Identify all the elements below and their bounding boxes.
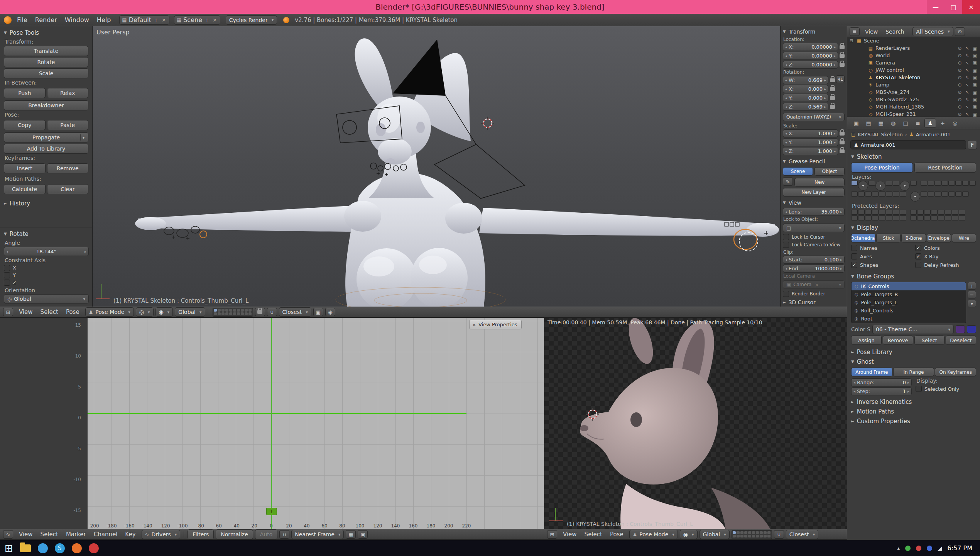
scale-button[interactable]: Scale (4, 68, 88, 78)
visibility-eye-icon[interactable] (958, 90, 962, 95)
paste-keyframes-icon[interactable]: ▣ (358, 530, 368, 539)
render-border-checkbox[interactable] (783, 291, 789, 297)
lock-icon[interactable] (830, 105, 835, 109)
media-app-icon[interactable] (89, 543, 99, 553)
tab-render-layers-icon[interactable]: ▤ (863, 119, 874, 128)
tab-physics-icon[interactable]: ◎ (949, 119, 961, 128)
outliner-item-label[interactable]: Camera (875, 60, 895, 66)
outliner-row[interactable]: ⊟ ▦ Scene (847, 37, 980, 44)
menu-item[interactable]: Pose (62, 309, 83, 315)
copy-pose-button[interactable]: Copy (4, 120, 46, 130)
protected-layers-row1[interactable] (851, 210, 976, 215)
assign-button[interactable]: Assign (851, 336, 882, 345)
outliner-row[interactable]: ◇ MGH-Spear_231 (847, 110, 980, 117)
propagate-button[interactable]: Propagate (4, 132, 88, 142)
outliner-item-label[interactable]: MGH-Spear_231 (875, 111, 916, 117)
snap-magnet-icon[interactable]: ∪ (267, 308, 277, 316)
scale-field[interactable]: X: 1.000 (783, 129, 838, 137)
rotation-field[interactable]: X: 0.000 (783, 85, 828, 93)
outliner-item-label[interactable]: MGH-Halberd_1385 (875, 104, 924, 110)
display-mode-button[interactable]: Wire (952, 234, 976, 242)
rotation-field[interactable]: W: 0.669 (783, 76, 828, 84)
auto-normalize-button[interactable]: Auto (255, 529, 278, 539)
outliner-row[interactable]: ◍ World (847, 52, 980, 59)
rotate-button[interactable]: Rotate (4, 57, 88, 67)
graph-grid[interactable]: 1 -200-180-160-140-120-100-80-60-40-2002… (88, 318, 544, 529)
menu-item[interactable]: Render (31, 16, 61, 24)
render-engine-select[interactable]: Cycles Render (226, 15, 277, 25)
insert-keyframe-button[interactable]: Insert (4, 163, 46, 173)
file-explorer-icon[interactable] (20, 544, 31, 552)
lock-icon[interactable] (840, 141, 845, 144)
add-layout-button[interactable]: + (153, 17, 159, 23)
rotation-field[interactable]: Z: 0.569 (783, 103, 828, 111)
editor-type-icon[interactable]: ≡ (850, 27, 860, 36)
add-scene-button[interactable]: + (204, 17, 210, 23)
rotation-field-row[interactable]: Y: 0.000 (783, 94, 835, 102)
tab-armature-data-icon[interactable]: ♟ (924, 119, 936, 128)
display-mode-button[interactable]: Envelope (927, 234, 951, 242)
filters-button[interactable]: Filters (188, 529, 214, 539)
outliner-item-label[interactable]: Scene (864, 38, 879, 44)
editor-type-icon[interactable]: ∿ (3, 530, 13, 539)
grease-pencil-panel-header[interactable]: Grease Pencil (783, 157, 845, 166)
selectability-icon[interactable] (965, 112, 969, 117)
pivot-select[interactable]: ◎ (136, 307, 154, 317)
lock-icon[interactable] (830, 78, 835, 82)
search-icon[interactable]: ⊙ (955, 27, 965, 36)
normalize-button[interactable]: Normalize (216, 529, 253, 539)
skeleton-panel-header[interactable]: Skeleton (851, 152, 976, 161)
renderability-icon[interactable] (973, 90, 977, 95)
selectability-icon[interactable] (965, 68, 969, 73)
axis-checkbox-row[interactable]: Z (4, 279, 89, 286)
axis-checkbox[interactable] (4, 265, 10, 271)
gp-new-button[interactable]: New (794, 178, 845, 186)
ghost-step-field[interactable]: Step: 1 (851, 387, 912, 395)
outliner-row[interactable]: ○ JAW control (847, 66, 980, 74)
snap-magnet-icon[interactable]: ∪ (279, 530, 289, 539)
selectability-icon[interactable] (965, 46, 969, 51)
remove-bone-group-button[interactable]: − (968, 291, 976, 298)
armature-layers-row2[interactable] (851, 192, 976, 202)
renderability-icon[interactable] (973, 75, 977, 80)
tray-status-red-icon[interactable] (916, 546, 921, 551)
rotation-field-row[interactable]: X: 0.000 (783, 85, 835, 93)
visibility-eye-icon[interactable] (958, 53, 962, 58)
fake-user-button[interactable]: F (968, 140, 977, 149)
scale-field-row[interactable]: Z: 1.000 (783, 147, 845, 155)
lock-icon[interactable] (840, 63, 845, 67)
menu-item[interactable]: View (861, 29, 882, 35)
delete-scene-button[interactable]: × (212, 17, 218, 23)
lock-icon[interactable] (830, 87, 835, 91)
bone-group-row[interactable]: Root (852, 315, 966, 323)
render-preview-viewport[interactable]: Time:00:00.40 | Mem:50.59M, Peak:68.46M … (544, 317, 847, 529)
history-panel-header[interactable]: History (4, 198, 88, 208)
titlebar[interactable]: Blender* [G:\3dFIGURES\BUNNIES\bunny sha… (0, 0, 980, 14)
menu-item[interactable]: Select (37, 309, 62, 315)
menu-item[interactable]: Pose (606, 531, 627, 538)
lock-icon[interactable] (830, 96, 835, 100)
ghost-mode-button[interactable]: Around Frame (851, 368, 892, 376)
menu-item[interactable]: View (15, 531, 37, 538)
deselect-button[interactable]: Deselect (946, 336, 976, 345)
view-panel-header[interactable]: View (783, 198, 845, 207)
axis-checkbox-row[interactable]: Y (4, 271, 89, 279)
paste-pose-button[interactable]: Paste (47, 120, 89, 130)
selected-only-row[interactable]: Selected Only (916, 385, 976, 393)
orientation-select[interactable]: ◎ Global (4, 294, 89, 303)
snap-magnet-icon[interactable]: ∪ (774, 530, 784, 539)
editor-type-icon[interactable]: ⊞ (3, 308, 13, 316)
menu-item[interactable]: View (15, 309, 37, 315)
tray-status-green-icon[interactable] (905, 546, 911, 551)
menu-item[interactable]: View (559, 531, 581, 538)
collapsed-panel-header[interactable]: Inverse Kinematics (851, 397, 976, 407)
location-field[interactable]: Z: 0.00000 (783, 61, 838, 69)
clip-start-field[interactable]: Start: 0.100 (783, 256, 845, 264)
relax-button[interactable]: Relax (47, 88, 89, 98)
outliner-item-label[interactable]: JAW control (875, 67, 904, 73)
location-field-row[interactable]: Y: 0.00000 (783, 52, 845, 60)
lock-to-object-field[interactable]: □ (783, 224, 845, 232)
ghost-range-field[interactable]: Range: 0 (851, 378, 912, 386)
render-opengl-icon[interactable]: ▣ (313, 308, 323, 316)
renderability-icon[interactable] (973, 112, 977, 117)
